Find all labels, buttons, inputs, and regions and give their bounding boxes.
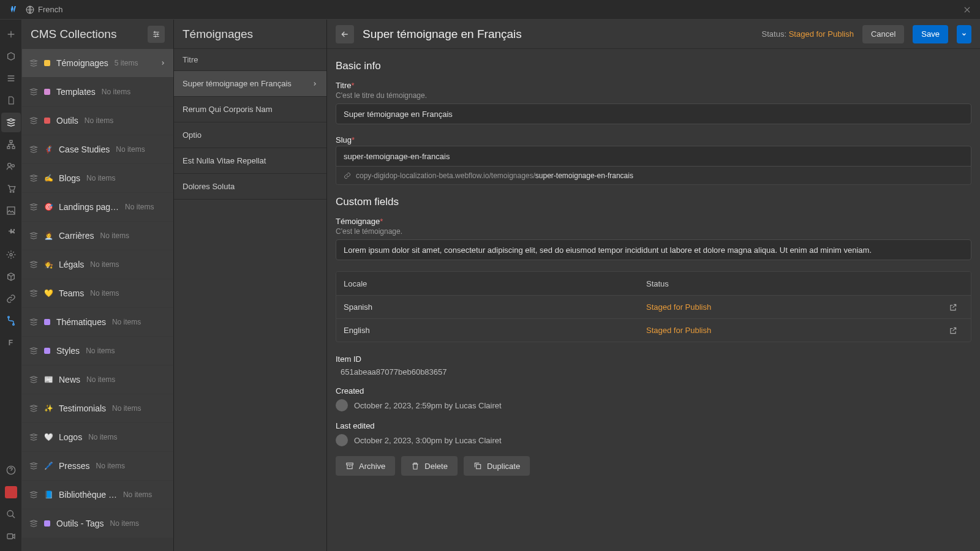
collection-count: No items xyxy=(123,490,152,499)
rail-navigator[interactable] xyxy=(1,69,21,88)
collection-item[interactable]: 🤍LogosNo items xyxy=(22,423,173,451)
collection-item[interactable]: 👩‍💼CarrièresNo items xyxy=(22,222,173,250)
rail-pages[interactable] xyxy=(1,47,21,66)
collection-item[interactable]: TemplatesNo items xyxy=(22,78,173,106)
collection-count: No items xyxy=(112,404,141,413)
collection-name: Case Studies xyxy=(59,144,110,154)
collection-name: Styles xyxy=(56,346,80,356)
rail-cms[interactable] xyxy=(1,113,21,132)
emoji-icon: 🎯 xyxy=(44,203,53,211)
collection-count: No items xyxy=(86,174,115,182)
archive-button[interactable]: Archive xyxy=(336,456,395,476)
collection-name: Testimonials xyxy=(59,403,106,413)
section-custom-fields: Custom fields xyxy=(336,196,971,208)
collection-count: No items xyxy=(96,462,125,470)
collection-item[interactable]: 💛TeamsNo items xyxy=(22,279,173,307)
delete-button[interactable]: Delete xyxy=(401,456,458,476)
temoignage-input[interactable] xyxy=(336,239,971,260)
arrow-left-icon xyxy=(340,29,350,39)
cms-item-row[interactable]: Optio xyxy=(174,122,326,148)
collection-count: No items xyxy=(88,433,117,441)
collection-name: Blogs xyxy=(59,173,80,183)
rail-3d[interactable] xyxy=(1,267,21,287)
rail-settings[interactable] xyxy=(1,245,21,264)
editor-title: Super témoignage en Français xyxy=(363,28,522,41)
collection-item[interactable]: 🖊️PressesNo items xyxy=(22,452,173,480)
locale-selector[interactable]: French xyxy=(26,5,62,14)
collection-count: No items xyxy=(112,318,141,326)
rail-users[interactable] xyxy=(1,157,21,176)
collection-item[interactable]: 🧑‍⚖️LégalsNo items xyxy=(22,250,173,279)
external-link-icon xyxy=(949,303,957,312)
collection-item[interactable]: 📰NewsNo items xyxy=(22,365,173,394)
delete-label: Delete xyxy=(424,462,448,471)
duplicate-button[interactable]: Duplicate xyxy=(464,456,530,476)
collections-settings-button[interactable] xyxy=(148,26,165,43)
collection-item[interactable]: Outils - TagsNo items xyxy=(22,509,173,538)
action-row: Archive Delete Duplicate xyxy=(336,456,971,476)
rail-structure[interactable] xyxy=(1,135,21,154)
cms-item-row[interactable]: Est Nulla Vitae Repellat xyxy=(174,148,326,174)
collection-item[interactable]: 🦸Case StudiesNo items xyxy=(22,135,173,163)
svg-point-5 xyxy=(12,165,14,167)
rail-ecommerce[interactable] xyxy=(1,179,21,198)
rail-assets[interactable] xyxy=(1,201,21,220)
rail-search[interactable] xyxy=(1,504,21,524)
collection-name: Landings pag… xyxy=(59,202,119,212)
collection-name: Outils xyxy=(56,116,78,126)
collection-count: No items xyxy=(86,375,115,384)
save-button[interactable]: Save xyxy=(913,25,948,43)
cancel-button[interactable]: Cancel xyxy=(862,25,904,43)
collection-item[interactable]: 📘Bibliothèque …No items xyxy=(22,481,173,509)
status-label: Status: xyxy=(762,29,786,39)
status-value: Staged for Publish xyxy=(789,29,854,39)
collection-item[interactable]: ✨TestimonialsNo items xyxy=(22,394,173,422)
copy-icon xyxy=(473,462,482,470)
slug-input[interactable] xyxy=(336,146,971,167)
cms-item-row[interactable]: Super témoignage en Français xyxy=(174,71,326,97)
collections-list[interactable]: Témoignages5 itemsTemplatesNo itemsOutil… xyxy=(22,49,173,551)
locale-status: Staged for Publish xyxy=(646,326,949,335)
collection-count: No items xyxy=(90,289,119,298)
rail-add[interactable] xyxy=(1,24,21,44)
svg-point-13 xyxy=(7,511,13,516)
cms-item-row[interactable]: Dolores Soluta xyxy=(174,174,326,200)
locale-header-locale: Locale xyxy=(344,279,646,288)
rail-page[interactable] xyxy=(1,91,21,110)
rail-video[interactable] xyxy=(1,527,21,546)
back-button[interactable] xyxy=(336,25,354,43)
rail-logic[interactable] xyxy=(1,311,21,331)
emoji-icon: 🧑‍⚖️ xyxy=(44,260,53,269)
search-icon xyxy=(6,509,16,519)
rail-swatch[interactable] xyxy=(1,482,21,502)
collection-name: Outils - Tags xyxy=(56,519,104,528)
chevron-right-icon xyxy=(312,81,318,87)
topbar: French xyxy=(0,0,980,20)
rail-help[interactable] xyxy=(1,460,21,480)
open-locale-button[interactable] xyxy=(949,326,963,335)
collection-item[interactable]: ThématiquesNo items xyxy=(22,308,173,336)
plus-icon xyxy=(6,29,16,39)
collection-item[interactable]: ✍️BlogsNo items xyxy=(22,164,173,192)
save-dropdown-button[interactable] xyxy=(957,25,971,43)
cms-item-row[interactable]: Rerum Qui Corporis Nam xyxy=(174,97,326,122)
collection-item[interactable]: OutilsNo items xyxy=(22,107,173,135)
titre-input[interactable] xyxy=(336,103,971,124)
meta-edited: Last edited October 2, 2023, 3:00pm by L… xyxy=(336,421,971,446)
editor-body[interactable]: Basic info Titre* C'est le titre du témo… xyxy=(327,49,980,551)
collection-item[interactable]: StylesNo items xyxy=(22,337,173,365)
open-locale-button[interactable] xyxy=(949,303,963,312)
stack-icon xyxy=(6,118,16,127)
collection-item[interactable]: Témoignages5 items xyxy=(22,49,173,77)
locale-name: English xyxy=(344,326,646,335)
duplicate-label: Duplicate xyxy=(487,462,520,471)
rail-finsweet[interactable]: F xyxy=(1,333,21,353)
rail-connect[interactable] xyxy=(1,289,21,309)
rail-apps[interactable] xyxy=(1,223,21,242)
collection-item[interactable]: 🎯Landings pag…No items xyxy=(22,193,173,221)
emoji-icon: 🤍 xyxy=(44,433,53,441)
collection-count: No items xyxy=(116,145,145,154)
color-dot-icon xyxy=(44,118,50,124)
close-button[interactable] xyxy=(963,6,971,14)
color-dot-icon xyxy=(44,89,50,95)
